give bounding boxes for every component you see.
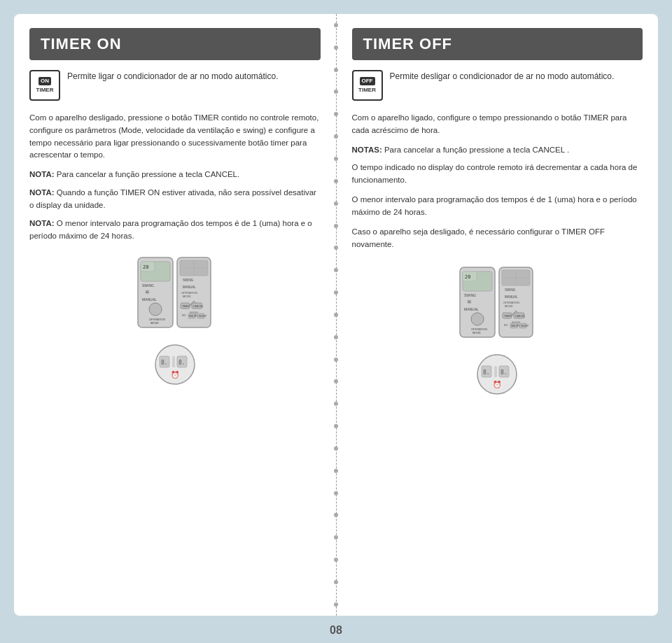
svg-text:20: 20 bbox=[143, 264, 148, 270]
svg-point-7 bbox=[149, 303, 162, 316]
svg-text:MANUAL: MANUAL bbox=[142, 297, 157, 302]
svg-text:MODE: MODE bbox=[472, 331, 481, 334]
left-illustration: 20 SWING ≋ MANUAL OPERATION MODE bbox=[29, 256, 321, 386]
svg-text:SWING: SWING bbox=[464, 293, 476, 297]
remote-svg-right: 20 SWING ≋ MANUAL OPERATION MODE SWI bbox=[458, 266, 536, 343]
right-remote1: 20 SWING ≋ MANUAL OPERATION MODE SWI bbox=[458, 266, 536, 343]
svg-text:MODE: MODE bbox=[505, 304, 513, 308]
svg-text:SLEEP: SLEEP bbox=[199, 315, 207, 318]
page-number: 08 bbox=[330, 616, 342, 637]
remote-svg-left: 20 SWING ≋ MANUAL OPERATION MODE bbox=[136, 256, 214, 333]
right-note1-text: Para cancelar a função pressione a tecla… bbox=[384, 146, 565, 154]
left-title: TIMER ON bbox=[29, 28, 321, 60]
svg-text:MANUAL: MANUAL bbox=[505, 295, 518, 299]
right-intro: Permite desligar o condicionador de ar n… bbox=[390, 70, 615, 83]
svg-text:I/O: I/O bbox=[504, 323, 507, 327]
svg-text:≋: ≋ bbox=[467, 299, 472, 305]
right-note1-end: . bbox=[567, 146, 569, 154]
left-intro: Permite ligar o condicionador de ar no m… bbox=[67, 70, 279, 83]
left-note3: NOTA: O menor intervalo para programação… bbox=[29, 218, 321, 243]
svg-text:CANCEL: CANCEL bbox=[193, 305, 203, 308]
left-panel: TIMER ON ON TIMER Permite ligar o condic… bbox=[14, 14, 337, 616]
right-note1: NOTAS: Para cancelar a função pressione … bbox=[352, 144, 643, 157]
svg-rect-67 bbox=[494, 366, 497, 377]
svg-text:⏰: ⏰ bbox=[171, 370, 180, 379]
svg-text:≋: ≋ bbox=[145, 289, 150, 295]
svg-text:SWING: SWING bbox=[142, 283, 154, 288]
svg-text:20: 20 bbox=[465, 274, 470, 280]
svg-text:TIMER: TIMER bbox=[504, 315, 512, 318]
timer-on-label: TIMER bbox=[36, 87, 54, 94]
svg-text:I/O: I/O bbox=[182, 313, 186, 317]
svg-text:SWING: SWING bbox=[183, 278, 194, 282]
svg-text:MODE: MODE bbox=[150, 321, 159, 325]
left-note3-bold: NOTA: bbox=[29, 219, 55, 227]
right-title: TIMER OFF bbox=[352, 28, 643, 60]
left-note2-bold: NOTA: bbox=[29, 188, 55, 197]
svg-text:8.: 8. bbox=[500, 369, 507, 376]
svg-text:SWING: SWING bbox=[505, 288, 516, 292]
svg-text:8.: 8. bbox=[178, 360, 186, 366]
timer-off-label: TIMER bbox=[358, 87, 376, 94]
left-note1-bold: NOTA: bbox=[29, 170, 55, 178]
svg-text:CANCEL: CANCEL bbox=[515, 315, 525, 318]
timer-on-icon: ON TIMER bbox=[29, 70, 60, 101]
left-clock: 8. 8. ⏰ bbox=[154, 344, 196, 386]
left-remote1: 20 SWING ≋ MANUAL OPERATION MODE bbox=[136, 256, 214, 333]
svg-text:TIMER: TIMER bbox=[182, 305, 190, 308]
svg-text:MANUAL: MANUAL bbox=[464, 307, 479, 311]
right-body4: Caso o aparelho seja desligado, é necess… bbox=[352, 226, 643, 251]
right-remotes-row: 20 SWING ≋ MANUAL OPERATION MODE SWI bbox=[458, 266, 536, 343]
clock-svg-left: 8. 8. ⏰ bbox=[154, 344, 196, 386]
timer-off-badge: OFF bbox=[360, 77, 375, 85]
right-panel: TIMER OFF OFF TIMER Permite desligar o c… bbox=[337, 14, 659, 616]
left-timer-icon-row: ON TIMER Permite ligar o condicionador d… bbox=[29, 70, 321, 101]
left-body1: Com o aparelho desligado, pressione o bo… bbox=[29, 112, 321, 162]
svg-text:8.: 8. bbox=[483, 369, 490, 376]
svg-point-43 bbox=[471, 313, 484, 325]
timer-on-badge: ON bbox=[38, 77, 51, 85]
right-body3: O menor intervalo para programação dos t… bbox=[352, 194, 643, 219]
svg-text:SLEEP: SLEEP bbox=[521, 325, 529, 327]
right-illustration: 20 SWING ≋ MANUAL OPERATION MODE SWI bbox=[352, 266, 643, 395]
left-note3-text: O menor intervalo para programação dos t… bbox=[29, 219, 312, 240]
right-body1: Com o aparelho ligado, configure o tempo… bbox=[352, 112, 643, 137]
right-note1-bold: NOTAS: bbox=[352, 146, 382, 154]
svg-text:⏰: ⏰ bbox=[493, 380, 502, 389]
right-body2: O tempo indicado no display do controle … bbox=[352, 162, 643, 187]
svg-text:8.: 8. bbox=[161, 360, 168, 366]
right-timer-icon-row: OFF TIMER Permite desligar o condicionad… bbox=[352, 70, 643, 101]
svg-text:MANUAL: MANUAL bbox=[183, 285, 196, 289]
clock-svg-right: 8. 8. ⏰ bbox=[476, 353, 518, 395]
left-note1-text: Para cancelar a função pressione a tecla… bbox=[57, 170, 239, 178]
left-note1: NOTA: Para cancelar a função pressione a… bbox=[29, 169, 321, 181]
svg-rect-31 bbox=[172, 356, 175, 367]
left-note2-text: Quando a função TIMER ON estiver ativada… bbox=[29, 188, 316, 209]
svg-text:MODE: MODE bbox=[183, 295, 191, 298]
timer-off-icon: OFF TIMER bbox=[352, 70, 383, 101]
panel-divider bbox=[335, 14, 337, 616]
left-note2: NOTA: Quando a função TIMER ON estiver a… bbox=[29, 187, 321, 212]
right-clock: 8. 8. ⏰ bbox=[476, 353, 518, 395]
left-remotes-row: 20 SWING ≋ MANUAL OPERATION MODE bbox=[136, 256, 214, 333]
